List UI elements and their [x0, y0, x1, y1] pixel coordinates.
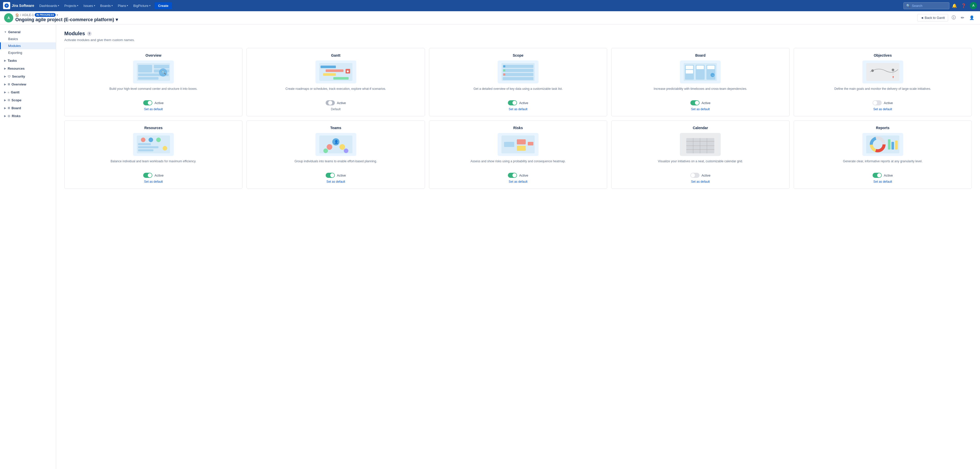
set-default-teams[interactable]: Set as default	[326, 180, 345, 183]
svg-rect-71	[888, 139, 891, 149]
svg-rect-22	[503, 73, 505, 76]
nav-bigpicture[interactable]: BigPicture ▾	[131, 2, 152, 9]
help-tooltip-icon[interactable]: ?	[87, 32, 92, 36]
toggle-label-teams: Active	[337, 173, 346, 177]
edit-button[interactable]: ✏	[959, 14, 966, 22]
svg-rect-28	[686, 70, 693, 73]
sidebar-group-security[interactable]: ▶ 🛡 Security	[0, 73, 56, 80]
sidebar-item-basics[interactable]: Basics	[0, 35, 56, 42]
toggle-resources[interactable]	[143, 173, 152, 178]
sidebar-group-risks[interactable]: ▶ ◎ Risks	[0, 113, 56, 119]
home-icon[interactable]: 🏠	[15, 13, 19, 17]
set-default-board[interactable]: Set as default	[691, 107, 710, 111]
toggle-label-overview: Active	[154, 101, 163, 105]
project-avatar: A	[4, 13, 13, 22]
project-title[interactable]: Ongoing agile project (E-commerce platfo…	[15, 17, 118, 22]
sidebar-general-section: ▼ General Basics Modules Exporting	[0, 29, 56, 56]
sidebar-item-modules[interactable]: Modules	[0, 42, 56, 49]
boards-caret: ▾	[111, 4, 113, 7]
set-default-calendar[interactable]: Set as default	[691, 180, 710, 183]
user-button[interactable]: 👤	[968, 14, 976, 22]
security-arrow-icon: ▶	[4, 75, 6, 78]
module-img-overview: 🔍	[133, 60, 174, 83]
module-card-board: Board → Increase predic	[611, 48, 789, 116]
toggle-objectives[interactable]	[873, 100, 882, 105]
create-button[interactable]: Create	[155, 2, 172, 9]
subheader: A 🏠 / AGILE-1 IN PROGRESS ▾ Ongoing agil…	[0, 11, 980, 24]
user-avatar[interactable]: A	[970, 2, 977, 9]
app-logo[interactable]: Jira Software	[3, 2, 34, 9]
sidebar-group-resources[interactable]: ▶ Resources	[0, 65, 56, 72]
svg-rect-17	[503, 69, 533, 72]
module-img-resources	[133, 133, 174, 156]
module-title-reports: Reports	[876, 126, 889, 130]
help-button[interactable]: ❓	[959, 2, 968, 10]
back-to-gantt-button[interactable]: ◄ Back to Gantt	[917, 14, 948, 21]
toggle-reports[interactable]	[873, 173, 882, 178]
tasks-arrow-icon: ▶	[4, 59, 6, 62]
scope-arrow-icon: ▶	[4, 99, 6, 102]
module-toggle-row-board: Active	[690, 100, 711, 105]
module-title-scope: Scope	[513, 53, 523, 57]
toggle-board[interactable]	[690, 100, 700, 105]
nav-dashboards[interactable]: Dashboards ▾	[37, 2, 61, 9]
notifications-button[interactable]: 🔔	[950, 2, 959, 10]
sidebar-group-general[interactable]: ▼ General	[0, 29, 56, 35]
toggle-risks[interactable]	[508, 173, 517, 178]
sidebar-group-scope[interactable]: ▶ ⊟ Scope	[0, 97, 56, 103]
module-card-gantt: Gantt ◆ Create roadmaps or schedules, tr…	[247, 48, 425, 116]
svg-rect-30	[707, 65, 714, 69]
status-chevron[interactable]: ▾	[57, 14, 58, 16]
nav-boards[interactable]: Boards ▾	[98, 2, 115, 9]
set-default-objectives[interactable]: Set as default	[873, 107, 892, 111]
set-default-resources[interactable]: Set as default	[144, 180, 163, 183]
risks-circle-icon: ◎	[8, 114, 10, 118]
module-desc-scope: Get a detailed overview of key data usin…	[473, 86, 563, 97]
svg-rect-55	[517, 139, 526, 145]
search-input[interactable]	[912, 4, 947, 8]
svg-rect-21	[503, 69, 505, 72]
svg-point-48	[327, 144, 332, 150]
module-toggle-row-gantt: Active	[326, 100, 346, 105]
svg-rect-20	[503, 65, 505, 67]
board-grid-icon: ⊞	[8, 107, 10, 110]
svg-rect-10	[326, 69, 344, 72]
module-img-reports	[862, 133, 903, 156]
set-default-risks[interactable]: Set as default	[509, 180, 527, 183]
svg-text:📍: 📍	[892, 76, 895, 79]
toggle-calendar[interactable]	[690, 173, 700, 178]
nav-projects[interactable]: Projects ▾	[62, 2, 80, 9]
svg-rect-44	[138, 149, 153, 151]
module-img-calendar	[680, 133, 721, 156]
toggle-teams[interactable]	[326, 173, 335, 178]
breadcrumb: 🏠 / AGILE-1 IN PROGRESS ▾	[15, 13, 118, 17]
jira-logo-icon	[3, 2, 10, 9]
svg-point-40	[148, 138, 153, 142]
nav-plans[interactable]: Plans ▾	[116, 2, 130, 9]
status-badge: IN PROGRESS	[35, 13, 56, 17]
set-default-reports[interactable]: Set as default	[873, 180, 892, 183]
module-card-overview: Overview 🔍 Build your high-level command…	[64, 48, 242, 116]
module-desc-gantt: Create roadmaps or schedules, track exec…	[285, 86, 386, 97]
toggle-scope[interactable]	[508, 100, 517, 105]
sidebar-item-exporting[interactable]: Exporting	[0, 49, 56, 56]
person-icon: 👤	[969, 16, 974, 20]
set-default-overview[interactable]: Set as default	[144, 107, 163, 111]
toggle-label-calendar: Active	[702, 173, 711, 177]
module-img-objectives: 📍	[862, 60, 903, 83]
search-box[interactable]: 🔍	[904, 2, 950, 9]
module-toggle-row-teams: Active	[326, 173, 346, 178]
app-logo-text: Jira Software	[12, 3, 34, 8]
set-default-scope[interactable]: Set as default	[509, 107, 527, 111]
sidebar-group-board[interactable]: ▶ ⊞ Board	[0, 105, 56, 111]
module-toggle-row-reports: Active	[873, 173, 893, 178]
breadcrumb-project[interactable]: AGILE-1	[22, 13, 34, 17]
toggle-gantt[interactable]	[326, 100, 335, 105]
module-img-teams: 👤	[315, 133, 356, 156]
sidebar-group-gantt[interactable]: ▶ ≡ Gantt	[0, 89, 56, 96]
toggle-overview[interactable]	[143, 100, 152, 105]
info-button[interactable]: ⓘ	[950, 14, 957, 22]
sidebar-group-tasks[interactable]: ▶ Tasks	[0, 57, 56, 64]
nav-issues[interactable]: Issues ▾	[81, 2, 97, 9]
sidebar-group-overview[interactable]: ▶ ⊞ Overview	[0, 81, 56, 88]
